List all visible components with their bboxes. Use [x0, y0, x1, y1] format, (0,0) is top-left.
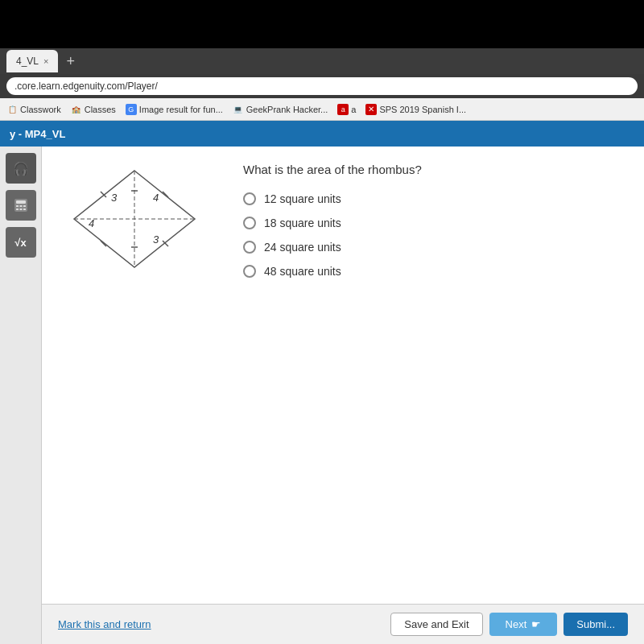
svg-rect-6: [19, 208, 22, 210]
radio-1[interactable]: [243, 192, 256, 205]
next-button[interactable]: Next ☛: [489, 613, 558, 636]
option-label-4: 48 square units: [264, 265, 341, 278]
svg-rect-5: [16, 208, 19, 210]
address-bar[interactable]: .core.learn.edgenuity.com/Player/: [6, 77, 638, 95]
next-arrow-icon: ☛: [531, 618, 541, 630]
option-label-1: 12 square units: [264, 192, 341, 205]
bookmark-classwork[interactable]: 📋 Classwork: [6, 104, 61, 115]
option-label-2: 18 square units: [264, 217, 341, 229]
radio-4[interactable]: [243, 265, 256, 278]
radio-2[interactable]: [243, 217, 256, 229]
answer-option-1[interactable]: 12 square units: [243, 192, 620, 205]
bookmark-a[interactable]: a a: [337, 104, 356, 115]
rhombus-diagram: 3 4 4 3: [66, 163, 203, 275]
question-area: 3 4 4 3 What is the area of the rhombus?…: [66, 163, 620, 289]
diagram-container: 3 4 4 3: [66, 163, 211, 279]
svg-rect-4: [23, 205, 26, 207]
question-text: What is the area of the rhombus?: [243, 163, 620, 176]
answer-option-3[interactable]: 24 square units: [243, 241, 620, 254]
sqrt-button[interactable]: √x: [6, 227, 36, 258]
tab-close-icon[interactable]: ×: [43, 56, 48, 66]
main-content: 3 4 4 3 What is the area of the rhombus?…: [42, 147, 644, 644]
bookmark-classes[interactable]: 🏫 Classes: [71, 104, 116, 115]
bottom-bar: Mark this and return Save and Exit Next …: [42, 604, 644, 644]
sidebar: 🎧 √x: [0, 147, 42, 644]
classes-icon: 🏫: [71, 104, 82, 115]
answer-option-2[interactable]: 18 square units: [243, 217, 620, 229]
tab-bar: 4_VL × +: [0, 48, 644, 74]
tab-label: 4_VL: [16, 56, 39, 67]
answer-section: What is the area of the rhombus? 12 squa…: [243, 163, 620, 289]
save-exit-button[interactable]: Save and Exit: [390, 613, 482, 636]
bookmark-image[interactable]: G Image result for fun...: [126, 104, 223, 115]
svg-text:4: 4: [89, 217, 94, 229]
bottom-buttons: Save and Exit Next ☛ Submi...: [390, 613, 628, 636]
bookmark-a-label: a: [351, 105, 356, 114]
svg-text:3: 3: [153, 233, 159, 246]
option-label-3: 24 square units: [264, 241, 341, 254]
calculator-button[interactable]: [6, 190, 36, 221]
calculator-icon: [13, 197, 29, 213]
next-label: Next: [506, 618, 527, 630]
geekprank-icon: 💻: [233, 104, 244, 115]
svg-text:4: 4: [153, 192, 159, 204]
classwork-icon: 📋: [6, 104, 18, 115]
google-icon: G: [126, 104, 137, 115]
submit-button[interactable]: Submi...: [564, 613, 628, 636]
a-icon: a: [337, 104, 349, 115]
bookmarks-bar: 📋 Classwork 🏫 Classes G Image result for…: [0, 98, 644, 121]
bookmark-classwork-label: Classwork: [20, 105, 61, 114]
bookmark-geekprank[interactable]: 💻 GeekPrank Hacker...: [233, 104, 328, 115]
bookmark-sps[interactable]: ✕ SPS 2019 Spanish I...: [365, 104, 466, 115]
svg-rect-2: [16, 205, 19, 207]
bookmark-geekprank-label: GeekPrank Hacker...: [246, 105, 328, 114]
app-title: y - MP4_VL: [10, 128, 65, 140]
bookmark-classes-label: Classes: [85, 105, 116, 114]
active-tab[interactable]: 4_VL ×: [6, 50, 58, 72]
new-tab-button[interactable]: +: [61, 53, 80, 70]
headphones-button[interactable]: 🎧: [6, 153, 36, 184]
svg-rect-1: [16, 200, 26, 204]
sqrt-label: √x: [14, 237, 26, 249]
svg-rect-3: [19, 205, 22, 207]
url-text: .core.learn.edgenuity.com/Player/: [14, 80, 158, 92]
bookmark-sps-label: SPS 2019 Spanish I...: [379, 105, 466, 114]
svg-text:3: 3: [111, 192, 118, 204]
app-body: 🎧 √x: [0, 147, 644, 644]
sps-icon: ✕: [365, 104, 377, 115]
address-bar-row: .core.learn.edgenuity.com/Player/: [0, 74, 644, 98]
radio-3[interactable]: [243, 241, 256, 254]
answer-option-4[interactable]: 48 square units: [243, 265, 620, 278]
app-header: y - MP4_VL: [0, 121, 644, 147]
mark-return-link[interactable]: Mark this and return: [58, 618, 151, 630]
svg-rect-7: [23, 208, 26, 210]
bookmark-image-label: Image result for fun...: [139, 105, 223, 114]
